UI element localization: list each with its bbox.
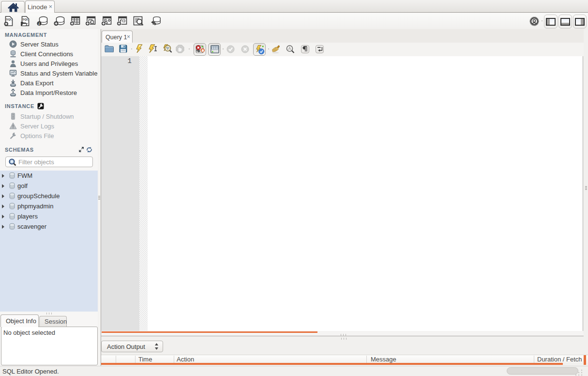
svg-text:SQL: SQL: [23, 18, 29, 21]
svg-text:SQL: SQL: [6, 18, 13, 21]
